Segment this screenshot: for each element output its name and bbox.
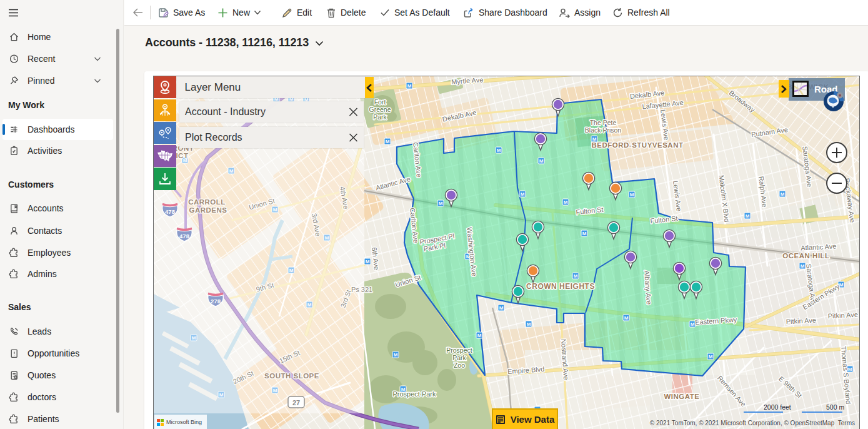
svg-text:Greene: Greene <box>369 106 391 113</box>
svg-text:CARROLL: CARROLL <box>188 198 226 206</box>
svg-text:Black Prison: Black Prison <box>585 126 622 134</box>
svg-text:SOUTH SLOPE: SOUTH SLOPE <box>264 372 319 380</box>
svg-text:Park: Park <box>452 354 466 361</box>
svg-text:Prospect Park: Prospect Park <box>392 390 436 398</box>
svg-text:The Pete: The Pete <box>590 119 617 126</box>
svg-text:Prospect: Prospect <box>446 346 472 354</box>
svg-text:Zoo: Zoo <box>454 361 465 369</box>
svg-text:CROWN HEIGHTS: CROWN HEIGHTS <box>526 282 595 291</box>
svg-text:GARDENS: GARDENS <box>189 206 227 214</box>
svg-text:Ps 321: Ps 321 <box>351 286 372 293</box>
svg-text:Fort: Fort <box>374 98 386 106</box>
svg-text:OCEAN HILL: OCEAN HILL <box>782 252 829 260</box>
svg-text:Pitkin Ave: Pitkin Ave <box>827 311 858 320</box>
svg-text:BEDFORD-STUYVESANT: BEDFORD-STUYVESANT <box>591 141 683 149</box>
svg-text:WINGATE: WINGATE <box>664 393 700 400</box>
svg-text:Park: Park <box>373 113 387 121</box>
svg-text:Pitkin Ave: Pitkin Ave <box>786 316 816 326</box>
